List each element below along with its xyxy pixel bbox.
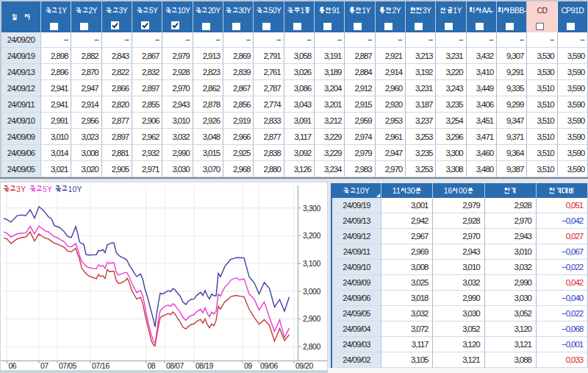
svg-text:09/20: 09/20 — [295, 361, 313, 370]
svg-text:08/07: 08/07 — [166, 361, 184, 370]
svg-text:07/16: 07/16 — [92, 361, 110, 370]
svg-text:09: 09 — [244, 361, 252, 370]
svg-text:2,800: 2,800 — [303, 342, 320, 351]
svg-text:3,000: 3,000 — [303, 287, 320, 296]
svg-text:07: 07 — [40, 361, 49, 370]
svg-text:Y: Y — [76, 185, 82, 193]
svg-text:07/05: 07/05 — [59, 361, 76, 370]
svg-text:3,300: 3,300 — [303, 204, 320, 213]
svg-text:Y: Y — [47, 185, 52, 193]
svg-text:08: 08 — [148, 361, 156, 370]
svg-text:3,100: 3,100 — [303, 259, 320, 268]
svg-text:Y: Y — [21, 185, 26, 193]
svg-text:08/19: 08/19 — [196, 361, 213, 370]
svg-text:2,900: 2,900 — [303, 314, 320, 323]
svg-text:06: 06 — [9, 361, 17, 370]
svg-text:3,200: 3,200 — [303, 231, 320, 240]
svg-text:09/06: 09/06 — [260, 361, 278, 370]
